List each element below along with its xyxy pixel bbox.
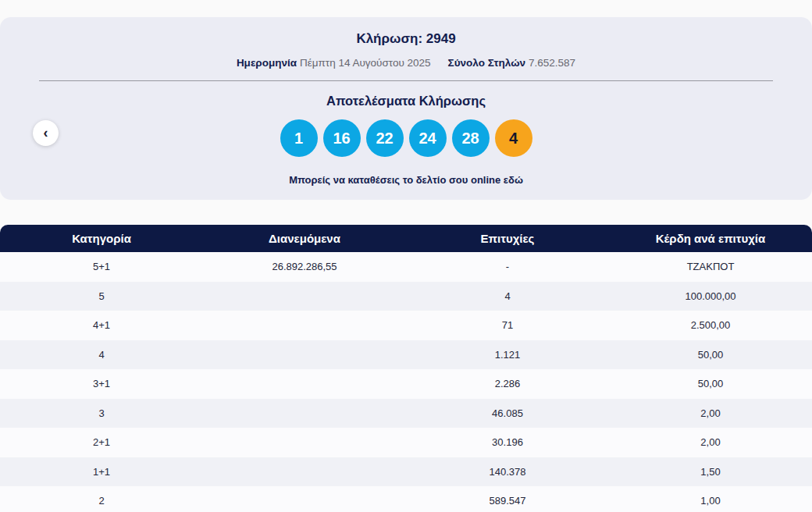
table-cell: - xyxy=(406,252,609,282)
table-row: 346.0852,00 xyxy=(0,399,812,428)
draw-meta: ΗμερομηνίαΠέμπτη 14 Αυγούστου 2025Σύνολο… xyxy=(0,57,812,69)
table-row: 3+12.28650,00 xyxy=(0,369,812,399)
prize-table: Κατηγορία Διανεμόμενα Επιτυχίες Κέρδη αν… xyxy=(0,225,812,512)
date-label: Ημερομηνία xyxy=(237,57,297,69)
total-columns-value: 7.652.587 xyxy=(529,57,575,69)
table-cell: 4 xyxy=(406,282,609,311)
previous-draw-button[interactable]: ‹ xyxy=(33,120,59,146)
table-cell: 2.286 xyxy=(406,369,609,399)
date-value: Πέμπτη 14 Αυγούστου 2025 xyxy=(300,57,431,69)
table-cell xyxy=(203,428,406,457)
table-row: 54100.000,00 xyxy=(0,282,812,311)
bonus-number-ball: 4 xyxy=(495,119,532,157)
table-cell: 46.085 xyxy=(406,399,609,428)
number-ball: 24 xyxy=(409,119,447,157)
table-cell: 2,00 xyxy=(609,399,812,428)
total-columns-label: Σύνολο Στηλών xyxy=(448,57,525,69)
table-cell: 1.121 xyxy=(406,340,609,370)
number-ball: 22 xyxy=(366,119,404,157)
chevron-left-icon: ‹ xyxy=(44,126,48,140)
number-ball: 28 xyxy=(452,119,490,157)
table-row: 4+1712.500,00 xyxy=(0,311,812,340)
table-row: 2589.5471,00 xyxy=(0,486,812,512)
table-row: 1+1140.3781,50 xyxy=(0,457,812,487)
table-cell xyxy=(203,340,406,370)
table-cell: ΤΖΑΚΠΟΤ xyxy=(609,252,812,282)
divider xyxy=(39,80,773,81)
draw-summary-panel: ‹ Κλήρωση: 2949 ΗμερομηνίαΠέμπτη 14 Αυγο… xyxy=(0,17,812,200)
number-ball: 16 xyxy=(323,119,361,157)
table-cell: 3+1 xyxy=(0,369,203,399)
number-ball: 1 xyxy=(280,119,318,157)
table-cell: 1,00 xyxy=(609,486,812,512)
column-header-category: Κατηγορία xyxy=(0,225,203,252)
table-row: 2+130.1962,00 xyxy=(0,428,812,457)
table-cell: 50,00 xyxy=(609,369,812,399)
table-cell: 2.500,00 xyxy=(609,311,812,340)
column-header-prize-per-winner: Κέρδη ανά επιτυχία xyxy=(609,225,812,252)
table-cell: 2,00 xyxy=(609,428,812,457)
table-cell: 1,50 xyxy=(609,457,812,487)
table-cell xyxy=(203,282,406,311)
table-cell: 2 xyxy=(0,486,203,512)
table-cell: 589.547 xyxy=(406,486,609,512)
table-cell: 100.000,00 xyxy=(609,282,812,311)
table-cell: 71 xyxy=(406,311,609,340)
prize-table-header: Κατηγορία Διανεμόμενα Επιτυχίες Κέρδη αν… xyxy=(0,225,812,252)
table-cell xyxy=(203,311,406,340)
table-cell: 26.892.286,55 xyxy=(203,252,406,282)
table-row: 5+126.892.286,55-ΤΖΑΚΠΟΤ xyxy=(0,252,812,282)
table-cell xyxy=(203,457,406,487)
table-cell xyxy=(203,486,406,512)
table-cell: 4 xyxy=(0,340,203,370)
column-header-winners: Επιτυχίες xyxy=(406,225,609,252)
table-cell: 1+1 xyxy=(0,457,203,487)
results-title: Αποτελέσματα Κλήρωσης xyxy=(0,94,812,108)
table-cell: 50,00 xyxy=(609,340,812,370)
table-cell: 4+1 xyxy=(0,311,203,340)
table-cell: 2+1 xyxy=(0,428,203,457)
table-cell xyxy=(203,399,406,428)
winning-numbers: 1 16 22 24 28 4 xyxy=(0,119,812,157)
table-cell: 5+1 xyxy=(0,252,203,282)
column-header-distributed: Διανεμόμενα xyxy=(203,225,406,252)
table-cell: 5 xyxy=(0,282,203,311)
table-cell xyxy=(203,369,406,399)
draw-title: Κλήρωση: 2949 xyxy=(0,17,812,47)
table-cell: 3 xyxy=(0,399,203,428)
submit-online-link[interactable]: Μπορείς να καταθέσεις το δελτίο σου onli… xyxy=(0,174,812,186)
table-row: 41.12150,00 xyxy=(0,340,812,370)
prize-table-body: 5+126.892.286,55-ΤΖΑΚΠΟΤ54100.000,004+17… xyxy=(0,252,812,512)
table-cell: 140.378 xyxy=(406,457,609,487)
table-cell: 30.196 xyxy=(406,428,609,457)
